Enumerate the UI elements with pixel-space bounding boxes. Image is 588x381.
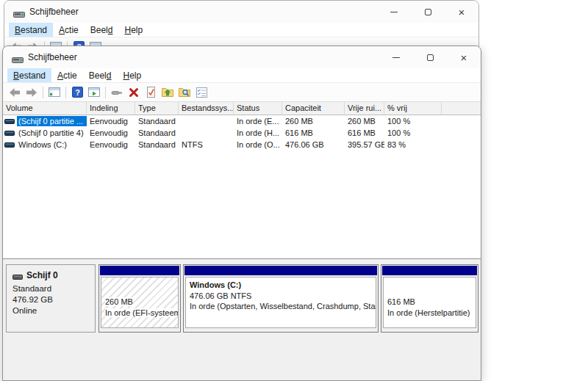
menu-bestand[interactable]: Bestand (7, 68, 51, 82)
app-icon (13, 8, 24, 15)
volume-icon (4, 117, 15, 125)
back-icon[interactable] (7, 84, 23, 101)
close-button[interactable]: × (445, 1, 478, 23)
maximize-button[interactable] (411, 1, 445, 23)
window-title: Schijfbeheer (28, 52, 77, 62)
disk-size: 476.92 GB (12, 294, 95, 305)
maximize-icon (425, 9, 431, 15)
column-header-filler (442, 102, 481, 115)
delete-volume-icon[interactable] (126, 84, 142, 101)
table-row[interactable]: Windows (C:) Eenvoudig Standaard NTFS In… (3, 139, 481, 150)
disk-graphical-view: Schijf 0 Standaard 476.92 GB Online 260 … (3, 264, 481, 335)
partition-recovery[interactable]: 616 MB In orde (Herstelpartitie) (381, 264, 478, 333)
check-doc-icon[interactable] (143, 84, 159, 101)
cell-indeling: Eenvoudig (87, 140, 135, 149)
toolbar: ? (3, 83, 481, 102)
partition-size: 476.06 GB NTFS (190, 291, 372, 302)
volume-icon (4, 141, 15, 148)
volume-name: (Schijf 0 partitie 4) (17, 128, 85, 138)
partition-status: In orde (Opstarten, Wisselbestand, Crash… (190, 301, 372, 312)
disk-status: Online (12, 305, 95, 316)
disk-type: Standaard (12, 283, 95, 294)
menu-beeld[interactable]: Beeld (83, 68, 118, 82)
volume-name: Windows (C:) (17, 139, 68, 150)
partition-color-bar (382, 266, 477, 275)
cell-capaciteit: 616 MB (282, 128, 345, 137)
cell-status: In orde (E... (234, 117, 282, 126)
foreground-window[interactable]: Schijfbeheer × Bestand Actie Beeld Help … (2, 46, 481, 381)
cell-indeling: Eenvoudig (87, 128, 135, 137)
action-pane-icon[interactable] (86, 84, 102, 101)
toolbar-separator (105, 87, 106, 98)
disk-info-box[interactable]: Schijf 0 Standaard 476.92 GB Online (6, 264, 96, 333)
titlebar[interactable]: Schijfbeheer × (3, 46, 481, 68)
cell-vrije-ruimte: 616 MB (345, 128, 384, 137)
column-header-capaciteit[interactable]: Capaciteit (282, 102, 345, 115)
table-row[interactable]: (Schijf 0 partitie ... Eenvoudig Standaa… (3, 115, 481, 127)
partition-color-bar (100, 266, 179, 275)
pane-splitter[interactable] (3, 259, 481, 264)
column-header-volume[interactable]: Volume (3, 102, 87, 115)
partition-status: In orde (Herstelpartitie) (387, 308, 470, 317)
cell-status: In orde (O... (234, 140, 282, 149)
minimize-button[interactable] (379, 46, 413, 68)
menu-beeld[interactable]: Beeld (85, 23, 119, 37)
column-header-type[interactable]: Type (135, 102, 179, 115)
volume-icon (4, 129, 15, 137)
table-row[interactable]: (Schijf 0 partitie 4) Eenvoudig Standaar… (3, 127, 481, 139)
volume-list-header: Volume Indeling Type Bestandssys... Stat… (3, 102, 481, 115)
open-folder-icon[interactable] (159, 84, 176, 101)
cell-type: Standaard (135, 128, 179, 137)
column-header-pct-vrij[interactable]: % vrij (384, 102, 442, 115)
maximize-icon (427, 54, 434, 61)
partition-name: Windows (C:) (190, 280, 372, 291)
console-tree-icon[interactable] (46, 84, 62, 101)
partition-windows-c[interactable]: Windows (C:) 476.06 GB NTFS In orde (Ops… (183, 264, 379, 333)
properties-icon[interactable] (193, 84, 209, 101)
close-icon: × (459, 6, 465, 18)
cell-capaciteit: 476.06 GB (282, 140, 345, 149)
toolbar-separator (65, 87, 66, 98)
partition-efi[interactable]: 260 MB In orde (EFI-systeemp (98, 264, 181, 333)
column-header-bestandssysteem[interactable]: Bestandssys... (179, 102, 234, 115)
volume-list: Volume Indeling Type Bestandssys... Stat… (3, 102, 481, 259)
forward-icon[interactable] (24, 84, 40, 101)
cell-status: In orde (H... (234, 128, 282, 137)
window-title: Schijfbeheer (29, 7, 79, 17)
cell-vrije-ruimte: 395.57 GB (345, 140, 384, 149)
menu-bestand[interactable]: Bestand (9, 23, 53, 37)
cell-vrije-ruimte: 260 MB (345, 117, 384, 126)
volume-name: (Schijf 0 partitie ... (17, 116, 87, 126)
close-icon: × (461, 51, 467, 64)
cell-pct-vrij: 100 % (384, 128, 442, 137)
column-header-status[interactable]: Status (234, 102, 282, 115)
partition-size: 260 MB (105, 297, 133, 306)
titlebar[interactable]: Schijfbeheer × (4, 1, 478, 23)
partition-color-bar (184, 266, 377, 275)
cell-pct-vrij: 100 % (384, 117, 442, 126)
cell-indeling: Eenvoudig (87, 117, 135, 126)
menu-bar: Bestand Actie Beeld Help (4, 23, 478, 37)
menu-help[interactable]: Help (117, 68, 147, 82)
menu-help[interactable]: Help (118, 23, 148, 37)
cell-type: Standaard (135, 140, 179, 149)
minimize-button[interactable] (377, 1, 411, 23)
minimize-icon (390, 12, 398, 12)
explore-folder-icon[interactable] (176, 84, 193, 101)
column-header-vrije-ruimte[interactable]: Vrije rui... (345, 102, 384, 115)
cell-capaciteit: 260 MB (282, 117, 345, 126)
tool-icon[interactable] (109, 84, 125, 101)
menu-actie[interactable]: Actie (53, 23, 85, 37)
help-icon[interactable]: ? (69, 84, 85, 101)
svg-text:?: ? (75, 88, 80, 97)
disk-icon (12, 272, 23, 280)
partition-size: 616 MB (387, 297, 415, 306)
maximize-button[interactable] (413, 46, 447, 68)
cell-type: Standaard (135, 117, 179, 126)
app-icon (12, 54, 22, 61)
cell-bestandssysteem: NTFS (179, 140, 234, 149)
partition-status: In orde (EFI-systeemp (105, 308, 179, 317)
close-button[interactable]: × (447, 46, 481, 68)
column-header-indeling[interactable]: Indeling (87, 102, 135, 115)
menu-actie[interactable]: Actie (51, 68, 83, 82)
